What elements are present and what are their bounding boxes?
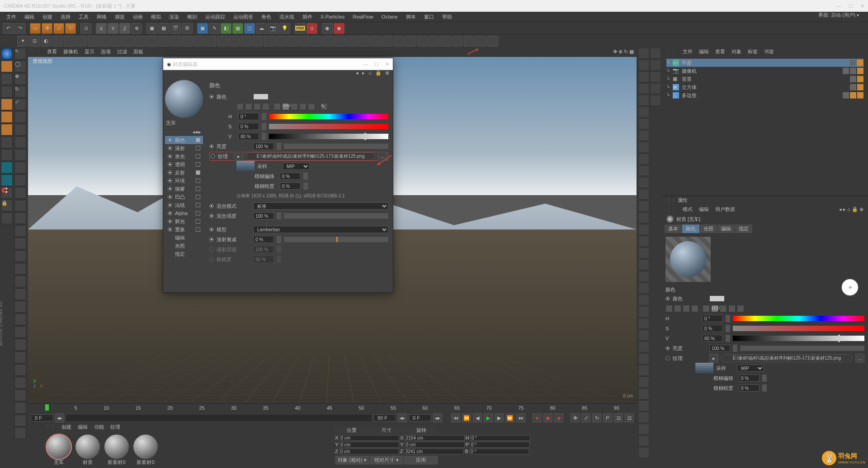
axis-z-icon[interactable]: Z	[119, 23, 130, 34]
palette-icon[interactable]	[638, 318, 649, 329]
palette-icon[interactable]	[638, 295, 649, 305]
tool-icon[interactable]: ◐	[41, 36, 52, 47]
move-tool-icon[interactable]: ✥	[42, 23, 52, 34]
blur-scale-field[interactable]	[280, 183, 301, 190]
psr-icon[interactable]: PSR	[295, 23, 306, 34]
tool-icon[interactable]	[323, 36, 334, 47]
om-menu[interactable]: 查看	[715, 48, 725, 55]
scale-tool-icon[interactable]: ⤢	[53, 23, 64, 34]
model-mode-icon[interactable]	[1, 73, 13, 85]
val-field[interactable]	[702, 335, 723, 342]
palette-icon[interactable]	[638, 130, 649, 141]
channel-refl[interactable]: 反射	[165, 168, 203, 177]
texture-menu-icon[interactable]: ▸	[234, 152, 243, 161]
tool-icon[interactable]	[229, 36, 240, 47]
menu-item[interactable]: 工具	[75, 13, 92, 21]
vp-menu[interactable]: 摄像机	[63, 48, 78, 55]
menu-item[interactable]: 雕刻	[184, 13, 201, 21]
play-icon[interactable]: ▶	[484, 413, 493, 422]
palette-icon[interactable]	[638, 412, 649, 423]
palette-icon[interactable]	[638, 107, 649, 117]
falloff-slider[interactable]	[284, 237, 388, 242]
nav-icon[interactable]: 🔒	[375, 70, 382, 78]
val-field[interactable]	[238, 133, 259, 140]
texture-mode-icon[interactable]	[1, 86, 13, 98]
falloff-field[interactable]	[253, 236, 274, 243]
tool-icon[interactable]	[370, 36, 381, 47]
tl-spinner[interactable]: ◂▸	[398, 413, 407, 422]
am-menu[interactable]: 模式	[683, 206, 693, 213]
coord-system-icon[interactable]: ⊕	[131, 23, 142, 34]
spinner[interactable]	[303, 183, 308, 190]
spinner[interactable]	[262, 133, 266, 140]
tool-icon[interactable]	[358, 36, 369, 47]
scale-icon[interactable]: ⤢	[14, 98, 26, 110]
spinner[interactable]	[762, 384, 767, 392]
am-nav-icons[interactable]: ◂ ▸ ⌂ 🔒 ⊕	[839, 206, 863, 212]
tool-icon[interactable]	[487, 36, 498, 47]
color-mode-icons[interactable]: HSV	[665, 305, 744, 312]
obj-row-poly[interactable]: └△多边形	[666, 91, 863, 99]
undo-icon[interactable]: ↶	[3, 23, 14, 34]
palette-icon[interactable]	[638, 236, 649, 247]
channel-glow[interactable]: 辉光	[165, 217, 203, 225]
palette-icon[interactable]	[638, 400, 649, 411]
axis-mode-icon[interactable]	[1, 136, 13, 148]
render-region-icon[interactable]: ▦	[158, 23, 169, 34]
tool-slot-icon[interactable]	[14, 339, 26, 351]
tool-slot-icon[interactable]	[14, 212, 26, 224]
keyframe-icon[interactable]: 0	[307, 23, 317, 34]
palette-icon[interactable]	[638, 377, 649, 388]
spinner[interactable]	[262, 123, 266, 130]
radio-icon[interactable]	[665, 296, 670, 301]
size-mode-select[interactable]: 绝对尺寸 ▾	[370, 456, 403, 464]
goto-start-icon[interactable]: ⏮	[451, 413, 460, 422]
tool-icon[interactable]	[111, 36, 122, 47]
vp-menu[interactable]: 面板	[133, 48, 143, 55]
pos-y[interactable]	[339, 442, 399, 448]
tool-icon[interactable]	[158, 36, 169, 47]
menu-item[interactable]: 捕捉	[111, 13, 128, 21]
channel-color[interactable]: 颜色	[165, 136, 203, 144]
palette-icon[interactable]	[650, 60, 661, 70]
radio-icon[interactable]	[209, 144, 214, 149]
tool-slot-icon[interactable]	[14, 377, 26, 388]
radio-icon[interactable]	[209, 214, 214, 218]
tool-slot-icon[interactable]	[14, 364, 26, 376]
next-frame-icon[interactable]: ▶	[495, 413, 504, 422]
size-z[interactable]	[404, 449, 464, 454]
menu-item[interactable]: 运动图形	[230, 13, 257, 21]
palette-icon[interactable]	[638, 224, 649, 235]
menu-item[interactable]: 流水线	[276, 13, 298, 21]
axis-x-icon[interactable]: X	[96, 23, 107, 34]
menu-item[interactable]: 选择	[57, 13, 74, 21]
tool-slot-icon[interactable]	[14, 402, 26, 414]
dlg-max-icon[interactable]: ☐	[374, 61, 379, 67]
tool-slot-icon[interactable]	[14, 314, 26, 325]
menu-item[interactable]: 模拟	[147, 13, 165, 21]
menu-item[interactable]: RealFlow	[349, 13, 377, 20]
rot-p[interactable]	[470, 442, 530, 448]
menu-item[interactable]: Octane	[378, 13, 401, 20]
channel-trans[interactable]: 透明	[165, 160, 203, 168]
tool-icon[interactable]	[170, 36, 181, 47]
om-menu[interactable]: 标签	[748, 48, 758, 55]
minimize-btn[interactable]: —	[836, 3, 841, 9]
channel-lumi[interactable]: 发光	[165, 152, 203, 160]
palette-icon[interactable]	[638, 71, 649, 82]
tool-icon[interactable]	[64, 36, 75, 47]
palette-icon[interactable]	[638, 435, 649, 446]
tool-icon[interactable]	[335, 36, 345, 47]
rotate-icon[interactable]: ↻	[14, 86, 26, 98]
checker-icon[interactable]	[1, 212, 13, 224]
apply-btn[interactable]: 应用	[404, 456, 438, 464]
attr-tab[interactable]: 光照	[700, 225, 717, 233]
spinner[interactable]	[726, 315, 730, 322]
tool-slot-icon[interactable]	[14, 238, 26, 249]
palette-icon[interactable]	[638, 306, 649, 317]
channel-edit[interactable]: 编辑	[165, 234, 203, 242]
spinner[interactable]	[262, 113, 266, 120]
material-item[interactable]: 无车	[45, 435, 72, 466]
palette-icon[interactable]	[638, 283, 649, 294]
tool-icon[interactable]	[193, 36, 204, 47]
